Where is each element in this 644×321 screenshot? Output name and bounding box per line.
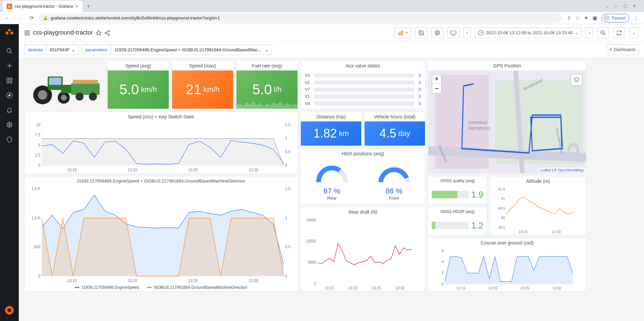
- speed-chart-panel[interactable]: Speed (m/s) + Key Switch State 02.557.51…: [24, 112, 298, 173]
- gps-position-panel[interactable]: GPS Position Kverneland Mechatronics Noo…: [428, 61, 586, 173]
- svg-line-21: [106, 31, 108, 32]
- create-icon[interactable]: [3, 59, 16, 72]
- rear-draft-panel[interactable]: Rear draft (N) 05000100001500013:1513:20…: [301, 207, 425, 291]
- clock-icon: [478, 30, 484, 36]
- browser-tab[interactable]: G css-playground-tractor - Grafana ×: [3, 1, 83, 12]
- svg-line-31: [604, 34, 605, 35]
- time-forward-button[interactable]: ›: [586, 28, 593, 38]
- svg-point-19: [105, 32, 107, 34]
- extensions-icon[interactable]: ✦: [584, 15, 588, 21]
- altitude-panel[interactable]: Altitude (m) 39.54040.54141.513:2013:30: [490, 176, 586, 235]
- svg-point-41: [75, 93, 84, 101]
- svg-point-12: [7, 308, 11, 312]
- speed-avg-panel[interactable]: Speed (avg) 5.0km/h: [107, 61, 169, 109]
- svg-point-34: [38, 90, 47, 100]
- zoom-out-button[interactable]: −: [432, 84, 441, 93]
- hitch-positions-panel[interactable]: Hitch positions (avg) 67 % Rear 86 % Fro…: [301, 149, 425, 204]
- maximize-icon[interactable]: ▢: [624, 4, 627, 8]
- zoom-in-button[interactable]: +: [432, 74, 441, 84]
- svg-text:1: 1: [285, 215, 287, 220]
- svg-rect-24: [400, 32, 401, 35]
- tv-mode-button[interactable]: [447, 28, 460, 38]
- leaflet-link[interactable]: Leaflet: [540, 168, 551, 172]
- explore-icon[interactable]: [3, 89, 16, 102]
- add-panel-button[interactable]: +: [394, 28, 411, 38]
- alerting-icon[interactable]: [3, 103, 16, 117]
- hitch-rear-gauge: 67 % Rear: [310, 162, 354, 201]
- svg-rect-38: [49, 77, 61, 85]
- dashboards-dropdown-button[interactable]: ≡ Dashboards: [606, 44, 639, 55]
- aux-valve-panel[interactable]: Aux valve states V30V20V70V10V40: [301, 61, 425, 109]
- help-icon[interactable]: [3, 304, 16, 317]
- svg-rect-13: [25, 31, 26, 32]
- admin-icon[interactable]: [3, 133, 16, 146]
- lock-icon: 🔒: [43, 16, 48, 20]
- grafana-sidebar: [0, 24, 19, 321]
- map-canvas[interactable]: Kverneland Mechatronics Noorderdreef Noo…: [428, 70, 586, 173]
- profile-button[interactable]: Paused: [601, 14, 629, 22]
- time-range-picker[interactable]: 2022-10-06 13:12:09 to 2022-10-06 13:33:…: [475, 28, 582, 38]
- svg-rect-5: [10, 78, 12, 80]
- gnss-quality-panel[interactable]: GNSS quality (avg) 1.9: [428, 176, 487, 204]
- star-icon[interactable]: ☆: [575, 15, 580, 21]
- dashboard-settings-button[interactable]: [431, 28, 443, 38]
- devices-variable[interactable]: devices 851F643F⌄: [24, 44, 79, 55]
- chevron-down-icon[interactable]: ⌄: [605, 4, 609, 8]
- svg-text:13:30: 13:30: [395, 286, 405, 290]
- grafana-logo[interactable]: [4, 27, 15, 38]
- svg-text:13:30: 13:30: [552, 229, 561, 234]
- aux-row: V40: [305, 100, 421, 107]
- address-bar: ← → ⟳ 🔒 grafana.csselectronics.stellarho…: [0, 12, 644, 24]
- dashboards-icon[interactable]: [3, 74, 16, 87]
- close-window-icon[interactable]: ✕: [633, 4, 636, 8]
- engine-speed-panel[interactable]: J1939.217056496.EngineSpeed + ISOBUS.217…: [24, 176, 298, 291]
- osm-link[interactable]: OpenStreetMap: [557, 168, 584, 172]
- svg-text:13:25: 13:25: [188, 278, 198, 283]
- svg-text:41.5: 41.5: [498, 187, 505, 191]
- parameters-variable[interactable]: parameters J1939.217056496.EngineSpeed +…: [82, 44, 272, 55]
- forward-button[interactable]: →: [15, 13, 24, 23]
- refresh-button[interactable]: [613, 28, 625, 38]
- svg-text:0.5: 0.5: [285, 245, 290, 250]
- reload-button[interactable]: ⟳: [27, 13, 36, 23]
- speed-max-panel[interactable]: Speed (max) 21km/h: [172, 61, 233, 109]
- vehicle-hours-panel[interactable]: Vehicle hours (total) 4.5day: [364, 112, 425, 146]
- distance-panel[interactable]: Distance (trip) 1.82km: [301, 112, 362, 146]
- refresh-interval-button[interactable]: ⌄: [629, 28, 639, 38]
- configuration-icon[interactable]: [3, 118, 16, 131]
- sidepanel-icon[interactable]: ▣: [592, 15, 597, 21]
- url-input[interactable]: 🔒 grafana.csselectronics.stellarhosted.c…: [39, 13, 561, 23]
- svg-text:1.0 K: 1.0 K: [32, 215, 41, 220]
- map-layers-button[interactable]: [571, 74, 583, 86]
- search-icon[interactable]: [3, 44, 16, 58]
- svg-text:13:15: 13:15: [67, 278, 77, 283]
- svg-text:41: 41: [501, 197, 505, 201]
- avatar-icon: [603, 15, 610, 21]
- course-over-ground-panel[interactable]: Course over ground (rad) 024613:1513:201…: [428, 238, 586, 291]
- zoom-out-button[interactable]: [597, 28, 609, 38]
- back-button[interactable]: ←: [3, 13, 12, 23]
- menu-icon[interactable]: ⋮: [633, 15, 639, 21]
- minimize-icon[interactable]: —: [614, 4, 618, 8]
- save-dashboard-button[interactable]: [415, 28, 427, 38]
- svg-rect-15: [25, 33, 26, 35]
- svg-text:13:30: 13:30: [552, 286, 561, 290]
- svg-rect-7: [10, 81, 12, 83]
- svg-text:0: 0: [38, 273, 41, 278]
- svg-text:0: 0: [314, 281, 316, 286]
- dashboard-grid-icon[interactable]: [24, 30, 30, 36]
- svg-rect-4: [7, 78, 9, 80]
- new-tab-button[interactable]: +: [84, 2, 93, 11]
- share-icon[interactable]: ⇪: [567, 15, 571, 21]
- close-tab-icon[interactable]: ×: [75, 4, 78, 9]
- time-back-button[interactable]: ‹: [464, 28, 471, 38]
- svg-text:15000: 15000: [306, 218, 316, 222]
- fuel-rate-panel[interactable]: Fuel rate (avg) 5.0l/h: [236, 61, 298, 109]
- star-dashboard-icon[interactable]: [96, 30, 102, 36]
- svg-text:13:25: 13:25: [372, 286, 381, 290]
- share-dashboard-icon[interactable]: [104, 30, 110, 36]
- svg-text:10: 10: [36, 123, 41, 127]
- tab-bar: G css-playground-tractor - Grafana × + ⌄…: [0, 0, 644, 12]
- gnss-hdop-panel[interactable]: GNSS HDOP (avg) 1.2: [428, 207, 487, 235]
- svg-text:0: 0: [285, 273, 287, 278]
